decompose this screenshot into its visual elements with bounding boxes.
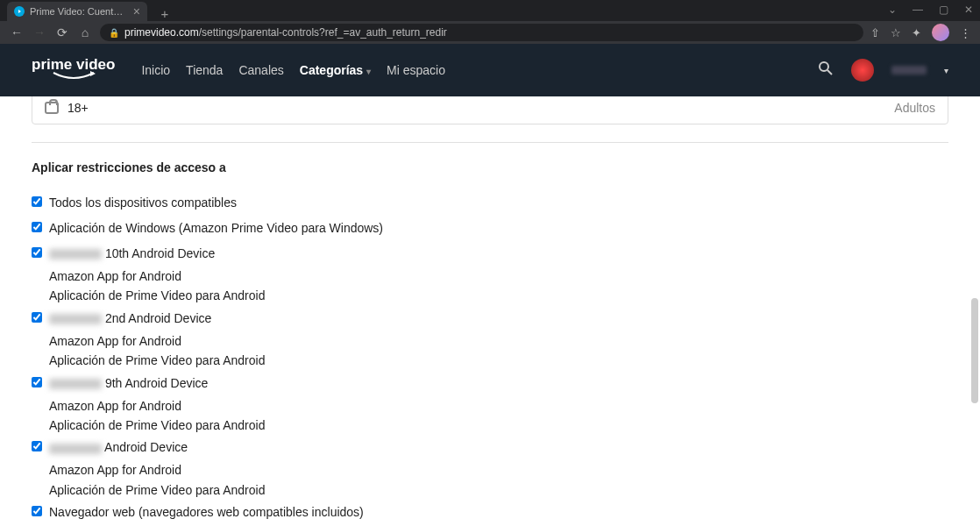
device-sublines: Amazon App for AndroidAplicación de Prim… bbox=[49, 460, 948, 500]
device-subline: Aplicación de Prime Video para Android bbox=[49, 286, 948, 305]
back-button[interactable]: ← bbox=[9, 25, 25, 39]
username-blur bbox=[891, 66, 927, 75]
minimize-button[interactable]: — bbox=[913, 4, 923, 16]
device-subline: Aplicación de Prime Video para Android bbox=[49, 480, 948, 500]
device-sublines: Amazon App for AndroidAplicación de Prim… bbox=[49, 331, 948, 371]
device-subline: Amazon App for Android bbox=[49, 460, 948, 480]
device-subline: Amazon App for Android bbox=[49, 267, 948, 286]
device-label: Android Device bbox=[49, 438, 188, 457]
new-tab-button[interactable]: + bbox=[156, 6, 174, 21]
share-icon[interactable]: ⇧ bbox=[870, 26, 880, 39]
device-checkbox[interactable] bbox=[32, 312, 42, 323]
user-avatar[interactable] bbox=[851, 59, 874, 82]
device-list: Todos los dispositivos compatiblesAplica… bbox=[32, 190, 948, 526]
browser-right-icons: ⇧ ☆ ✦ ⋮ bbox=[870, 24, 971, 41]
scrollbar-thumb[interactable] bbox=[971, 298, 978, 403]
svg-point-0 bbox=[820, 62, 828, 71]
lock-icon bbox=[45, 102, 59, 114]
device-checkbox[interactable] bbox=[32, 377, 42, 387]
device-label: 9th Android Device bbox=[49, 374, 208, 393]
redacted-text bbox=[49, 249, 102, 259]
device-sublines: Amazon App for AndroidAplicación de Prim… bbox=[49, 267, 948, 306]
tab-close-button[interactable]: × bbox=[133, 4, 140, 18]
smile-icon bbox=[52, 71, 96, 82]
forward-button[interactable]: → bbox=[32, 25, 47, 39]
browser-chrome: ⌄ — ▢ ✕ Prime Video: Cuenta y configura … bbox=[0, 0, 980, 44]
address-bar: ← → ⟳ ⌂ 🔒 primevideo.com/settings/parent… bbox=[0, 21, 980, 44]
svg-line-1 bbox=[827, 70, 832, 75]
device-checkbox[interactable] bbox=[32, 441, 42, 451]
nav-item-inicio[interactable]: Inicio bbox=[141, 63, 170, 77]
age-category: Adultos bbox=[894, 101, 935, 115]
device-label: 2nd Android Device bbox=[49, 309, 211, 328]
nav-item-categorías[interactable]: Categorías ▾ bbox=[300, 63, 371, 77]
device-checkbox[interactable] bbox=[32, 247, 42, 258]
device-checkbox[interactable] bbox=[32, 196, 42, 207]
device-checkbox[interactable] bbox=[32, 222, 42, 232]
device-item: 9th Android Device bbox=[32, 371, 948, 396]
v-icon[interactable]: ⌄ bbox=[888, 4, 897, 16]
device-item: Todos los dispositivos compatibles bbox=[32, 190, 948, 216]
device-subline: Aplicación de Prime Video para Android bbox=[49, 351, 948, 370]
nav-right: ▾ bbox=[818, 59, 948, 82]
device-label: Aplicación de Windows (Amazon Prime Vide… bbox=[49, 219, 383, 238]
url-box[interactable]: 🔒 primevideo.com/settings/parental-contr… bbox=[100, 24, 863, 41]
device-subline: Aplicación de Prime Video para Android bbox=[49, 416, 948, 435]
nav-items: InicioTiendaCanalesCategorías ▾Mi espaci… bbox=[141, 63, 445, 77]
tab-bar: Prime Video: Cuenta y configura × + bbox=[0, 0, 980, 21]
nav-item-mi espacio[interactable]: Mi espacio bbox=[387, 63, 445, 77]
close-window-button[interactable]: ✕ bbox=[964, 4, 973, 16]
device-item: Android Device bbox=[32, 435, 948, 460]
chrome-menu-icon[interactable]: ⋮ bbox=[960, 26, 971, 39]
device-item: 2nd Android Device bbox=[32, 306, 948, 331]
maximize-button[interactable]: ▢ bbox=[939, 4, 948, 16]
device-item: 10th Android Device bbox=[32, 241, 948, 267]
device-item: Navegador web (navegadores web compatibl… bbox=[32, 500, 948, 525]
url-text: primevideo.com/settings/parental-control… bbox=[124, 26, 447, 39]
device-subline: Amazon App for Android bbox=[49, 331, 948, 351]
search-icon[interactable] bbox=[818, 60, 834, 80]
tab-favicon bbox=[14, 6, 25, 17]
home-button[interactable]: ⌂ bbox=[77, 25, 93, 39]
chevron-down-icon: ▾ bbox=[366, 67, 371, 76]
device-item: Aplicación de Windows (Amazon Prime Vide… bbox=[32, 216, 948, 241]
separator bbox=[32, 142, 948, 143]
device-subline: Amazon App for Android bbox=[49, 396, 948, 416]
device-checkbox[interactable] bbox=[32, 506, 42, 516]
tab-title: Prime Video: Cuenta y configura bbox=[30, 6, 128, 17]
device-label: Todos los dispositivos compatibles bbox=[49, 194, 237, 212]
profile-avatar-icon[interactable] bbox=[932, 24, 949, 41]
age-label: 18+ bbox=[67, 101, 89, 115]
window-controls: ⌄ — ▢ ✕ bbox=[888, 4, 973, 16]
nav-item-tienda[interactable]: Tienda bbox=[186, 63, 223, 77]
browser-tab[interactable]: Prime Video: Cuenta y configura × bbox=[7, 2, 147, 21]
content: 18+ Adultos Aplicar restricciones de acc… bbox=[0, 96, 980, 526]
device-label: 10th Android Device bbox=[49, 245, 215, 263]
section-title: Aplicar restricciones de acceso a bbox=[32, 160, 948, 174]
age-rating-row[interactable]: 18+ Adultos bbox=[32, 96, 948, 124]
nav-item-canales[interactable]: Canales bbox=[238, 63, 283, 77]
lock-icon: 🔒 bbox=[109, 28, 119, 38]
primevideo-logo[interactable]: prime video bbox=[32, 59, 115, 82]
user-menu-caret-icon[interactable]: ▾ bbox=[944, 66, 948, 75]
bookmark-icon[interactable]: ☆ bbox=[891, 26, 901, 39]
redacted-text bbox=[49, 314, 102, 324]
primevideo-nav: prime video InicioTiendaCanalesCategoría… bbox=[0, 44, 980, 96]
reload-button[interactable]: ⟳ bbox=[54, 25, 70, 39]
device-sublines: Amazon App for AndroidAplicación de Prim… bbox=[49, 396, 948, 436]
redacted-text bbox=[49, 379, 102, 389]
device-label: Navegador web (navegadores web compatibl… bbox=[49, 503, 364, 522]
extensions-icon[interactable]: ✦ bbox=[912, 26, 921, 39]
redacted-text bbox=[49, 444, 102, 454]
